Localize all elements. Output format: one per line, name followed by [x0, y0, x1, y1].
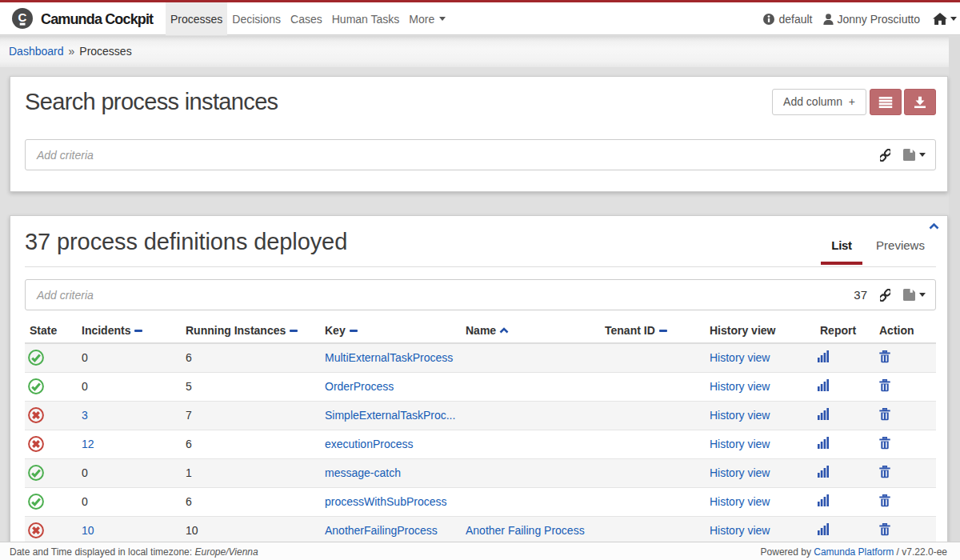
svg-text:C: C	[18, 10, 27, 24]
